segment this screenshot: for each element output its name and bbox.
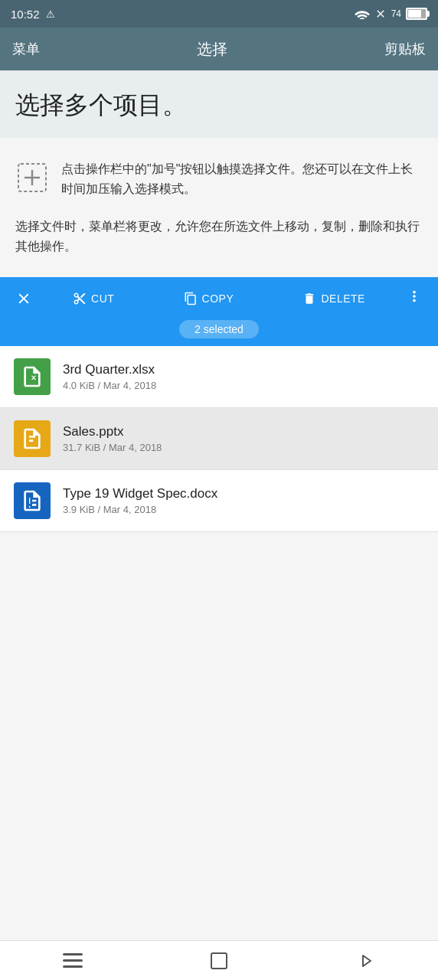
file-meta-pptx: 31.7 KiB / Mar 4, 2018 [63, 442, 162, 453]
instruction-text-2: 选择文件时，菜单栏将更改，允许您在所选文件上移动，复制，删除和执行其他操作。 [15, 217, 423, 256]
status-time: 10:52 [11, 8, 40, 21]
file-item-docx[interactable]: Type 19 Widget Spec.docx 3.9 KiB / Mar 4… [0, 470, 438, 532]
delete-button[interactable]: DELETE [295, 286, 372, 312]
page-title-area: 选择多个项目。 [0, 70, 438, 138]
toolbar-actions: CUT COPY DELETE [38, 286, 400, 312]
file-info-xlsx: 3rd Quarter.xlsx 4.0 KiB / Mar 4, 2018 [63, 362, 156, 391]
clipboard-button[interactable]: 剪贴板 [384, 40, 426, 58]
file-meta-xlsx: 4.0 KiB / Mar 4, 2018 [63, 380, 156, 391]
copy-button[interactable]: COPY [176, 286, 242, 312]
file-item-pptx[interactable]: Sales.pptx 31.7 KiB / Mar 4, 2018 [0, 408, 438, 470]
file-icon-pptx-wrap [12, 419, 52, 459]
file-name-xlsx: 3rd Quarter.xlsx [63, 362, 156, 377]
cut-button[interactable]: CUT [65, 286, 122, 312]
bottom-home-button[interactable] [200, 947, 238, 975]
file-icon-docx-wrap [12, 481, 52, 521]
selected-badge: 2 selected [179, 320, 259, 338]
bottom-menu-button[interactable] [54, 947, 92, 975]
wifi-icon [355, 8, 370, 19]
close-button[interactable] [9, 284, 38, 313]
action-toolbar: CUT COPY DELETE 2 selected [0, 277, 438, 346]
instruction-block-1: 点击操作栏中的"加号"按钮以触摸选择文件。您还可以在文件上长时间加压输入选择模式… [0, 138, 438, 217]
instruction-block-2: 选择文件时，菜单栏将更改，允许您在所选文件上移动，复制，删除和执行其他操作。 [0, 217, 438, 277]
page-title: 选择多个项目。 [15, 89, 423, 122]
status-bar: 10:52 ⚠ 74 [0, 0, 438, 28]
nav-title: 选择 [197, 39, 227, 60]
file-name-pptx: Sales.pptx [63, 424, 162, 439]
delete-label: DELETE [321, 292, 364, 305]
file-icon-pptx [14, 420, 51, 457]
file-icon-docx [14, 482, 51, 519]
battery-icon [406, 8, 427, 20]
svg-rect-6 [211, 953, 227, 969]
svg-rect-3 [63, 953, 83, 956]
bottom-nav [0, 940, 438, 980]
file-name-docx: Type 19 Widget Spec.docx [63, 486, 217, 501]
svg-rect-5 [63, 965, 83, 968]
file-item-xlsx[interactable]: 3rd Quarter.xlsx 4.0 KiB / Mar 4, 2018 [0, 346, 438, 408]
file-icon-xlsx [14, 358, 51, 395]
svg-rect-4 [63, 959, 83, 962]
file-info-pptx: Sales.pptx 31.7 KiB / Mar 4, 2018 [63, 424, 162, 453]
file-icon-xlsx-wrap [12, 357, 52, 397]
battery-percent: 74 [391, 8, 401, 19]
file-list: 3rd Quarter.xlsx 4.0 KiB / Mar 4, 2018 S… [0, 346, 438, 940]
bottom-back-button[interactable] [346, 947, 384, 975]
signal-cancel-icon [374, 8, 387, 20]
menu-button[interactable]: 菜单 [12, 40, 40, 58]
file-info-docx: Type 19 Widget Spec.docx 3.9 KiB / Mar 4… [63, 486, 217, 515]
nav-bar: 菜单 选择 剪贴板 [0, 28, 438, 70]
instruction-text-1: 点击操作栏中的"加号"按钮以触摸选择文件。您还可以在文件上长时间加压输入选择模式… [61, 159, 423, 198]
select-icon [15, 161, 49, 194]
alert-icon: ⚠ [46, 8, 55, 20]
file-meta-docx: 3.9 KiB / Mar 4, 2018 [63, 504, 217, 515]
more-button[interactable] [400, 282, 429, 315]
copy-label: COPY [202, 292, 234, 305]
toolbar-row: CUT COPY DELETE [0, 277, 438, 320]
content-area: 点击操作栏中的"加号"按钮以触摸选择文件。您还可以在文件上长时间加压输入选择模式… [0, 138, 438, 940]
cut-label: CUT [91, 292, 114, 305]
selected-count-row: 2 selected [0, 320, 438, 346]
